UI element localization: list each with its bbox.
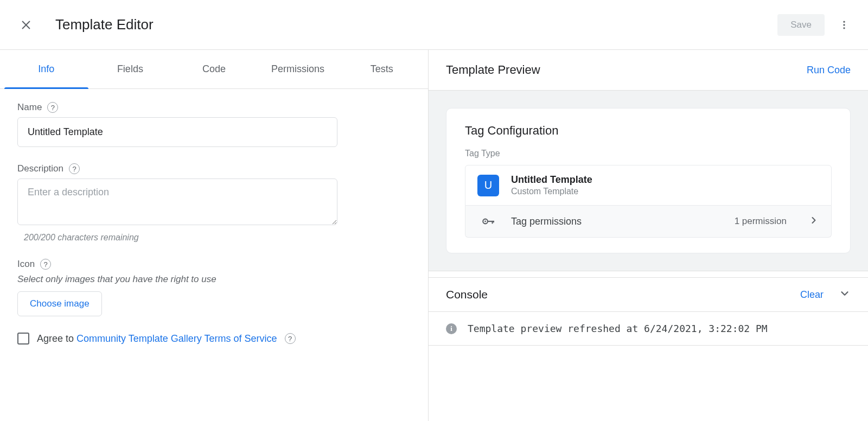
console-header: Console Clear bbox=[429, 277, 868, 312]
run-code-button[interactable]: Run Code bbox=[807, 65, 851, 76]
chevron-down-icon[interactable] bbox=[839, 288, 851, 302]
character-counter: 200/200 characters remaining bbox=[24, 233, 411, 243]
agree-prefix: Agree to bbox=[37, 333, 76, 344]
tab-code[interactable]: Code bbox=[172, 50, 256, 88]
tab-fields[interactable]: Fields bbox=[88, 50, 173, 88]
svg-point-4 bbox=[843, 27, 845, 29]
tab-tests[interactable]: Tests bbox=[340, 50, 424, 88]
tag-type-row[interactable]: U Untitled Template Custom Template bbox=[465, 165, 832, 206]
help-icon[interactable]: ? bbox=[69, 163, 80, 174]
preview-body: Tag Configuration Tag Type U Untitled Te… bbox=[429, 91, 868, 271]
tag-permissions-row[interactable]: Tag permissions 1 permission bbox=[465, 206, 832, 238]
description-label-row: Description ? bbox=[17, 163, 411, 174]
tag-config-card: Tag Configuration Tag Type U Untitled Te… bbox=[446, 108, 851, 253]
name-label: Name bbox=[17, 102, 42, 113]
help-icon[interactable]: ? bbox=[40, 259, 51, 270]
agree-row: Agree to Community Template Gallery Term… bbox=[17, 333, 411, 345]
tag-name: Untitled Template bbox=[511, 174, 592, 186]
description-label: Description bbox=[17, 163, 63, 174]
preview-pane: Template Preview Run Code Tag Configurat… bbox=[429, 50, 868, 421]
tab-bar: Info Fields Code Permissions Tests bbox=[0, 50, 428, 89]
permissions-label: Tag permissions bbox=[511, 216, 582, 227]
more-menu-icon[interactable] bbox=[838, 18, 851, 31]
svg-rect-9 bbox=[493, 221, 494, 222]
svg-point-6 bbox=[484, 221, 486, 222]
header-bar: Template Editor Save bbox=[0, 0, 868, 50]
choose-image-button[interactable]: Choose image bbox=[17, 291, 102, 316]
tab-info[interactable]: Info bbox=[4, 50, 88, 88]
icon-label-row: Icon ? bbox=[17, 259, 411, 270]
page-title: Template Editor bbox=[55, 16, 154, 33]
chevron-right-icon bbox=[808, 215, 819, 228]
console-message: Template preview refreshed at 6/24/2021,… bbox=[468, 323, 768, 334]
preview-title: Template Preview bbox=[446, 63, 540, 77]
svg-rect-8 bbox=[492, 221, 493, 224]
info-icon: i bbox=[446, 323, 457, 334]
tag-subtype: Custom Template bbox=[511, 187, 592, 196]
help-icon[interactable]: ? bbox=[285, 333, 296, 344]
description-input[interactable] bbox=[17, 178, 337, 225]
preview-header: Template Preview Run Code bbox=[429, 50, 868, 91]
icon-label: Icon bbox=[17, 259, 35, 270]
permissions-count: 1 permission bbox=[735, 216, 787, 227]
tag-type-label: Tag Type bbox=[465, 149, 832, 158]
icon-hint: Select only images that you have the rig… bbox=[17, 274, 411, 285]
agree-text: Agree to Community Template Gallery Term… bbox=[37, 333, 277, 345]
save-button[interactable]: Save bbox=[777, 14, 825, 36]
console-title: Console bbox=[446, 288, 488, 301]
tos-link[interactable]: Community Template Gallery Terms of Serv… bbox=[76, 333, 277, 344]
editor-pane: Info Fields Code Permissions Tests Name … bbox=[0, 50, 429, 421]
svg-point-2 bbox=[843, 21, 845, 22]
tag-badge: U bbox=[477, 175, 499, 196]
close-icon[interactable] bbox=[20, 18, 33, 31]
svg-point-3 bbox=[843, 24, 845, 25]
console-row: i Template preview refreshed at 6/24/202… bbox=[429, 312, 868, 346]
agree-checkbox[interactable] bbox=[17, 333, 29, 345]
help-icon[interactable]: ? bbox=[47, 102, 58, 113]
tag-config-title: Tag Configuration bbox=[465, 124, 832, 138]
key-icon bbox=[477, 214, 499, 228]
name-input[interactable] bbox=[17, 117, 337, 147]
console-clear-button[interactable]: Clear bbox=[800, 289, 824, 301]
tab-permissions[interactable]: Permissions bbox=[256, 50, 340, 88]
name-label-row: Name ? bbox=[17, 102, 411, 113]
